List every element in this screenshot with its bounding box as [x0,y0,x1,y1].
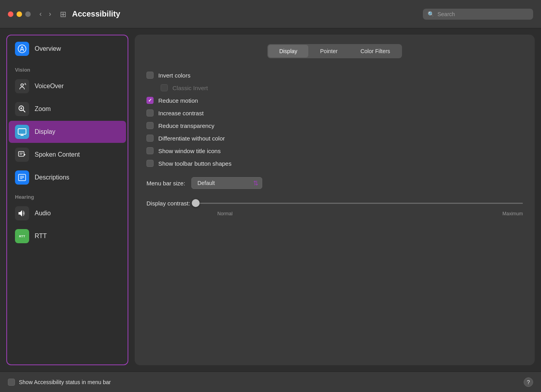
svg-rect-11 [18,129,26,134]
menu-bar-size-select-wrapper: Default Large ⇅ [191,177,262,189]
audio-icon [15,206,29,220]
show-toolbar-button-shapes-checkbox[interactable] [146,160,154,167]
tab-display[interactable]: Display [268,45,308,57]
tabs-row: Display Pointer Color Filters [146,44,523,58]
display-contrast-label: Display contrast: [146,200,190,207]
sidebar-item-zoom[interactable]: Zoom [9,98,126,120]
sidebar-item-voiceover[interactable]: VoiceOver [9,75,126,97]
settings-list: Invert colors Classic Invert Reduce moti… [146,69,523,216]
contrast-slider-thumb[interactable] [192,199,200,207]
rtt-icon: RTT [15,229,29,243]
menu-bar-size-label: Menu bar size: [146,180,185,187]
differentiate-without-color-label: Differentiate without color [158,135,225,142]
search-icon: 🔍 [428,11,434,17]
back-button[interactable]: ‹ [37,9,44,19]
voiceover-icon [15,79,29,93]
sidebar: Overview Vision VoiceOver [6,35,128,365]
grid-icon[interactable]: ⊞ [60,9,67,19]
search-box: 🔍 [423,9,533,20]
tab-group: Display Pointer Color Filters [267,44,402,58]
classic-invert-row: Classic Invert [146,82,523,94]
sidebar-item-spoken-content[interactable]: Spoken Content [9,144,126,166]
nav-arrows: ‹ › [37,9,54,19]
content-panel: Display Pointer Color Filters Invert col… [128,28,541,372]
increase-contrast-label: Increase contrast [158,110,204,116]
sidebar-item-descriptions-label: Descriptions [35,174,69,181]
svg-point-5 [21,84,23,86]
forward-button[interactable]: › [46,9,54,19]
svg-point-6 [24,84,24,85]
reduce-motion-checkbox[interactable] [146,97,154,104]
overview-icon [15,42,29,56]
titlebar: ‹ › ⊞ Accessibility 🔍 [0,0,541,28]
display-icon [15,125,29,139]
sidebar-item-display[interactable]: Display [9,121,126,143]
menu-bar-size-select[interactable]: Default Large [191,177,262,189]
accessibility-status-label: Show Accessibility status in menu bar [19,379,111,385]
tab-pointer[interactable]: Pointer [309,45,348,57]
menu-bar-size-row: Menu bar size: Default Large ⇅ [146,177,523,189]
show-window-title-icons-label: Show window title icons [158,148,220,154]
show-window-title-icons-checkbox[interactable] [146,147,154,154]
svg-line-8 [23,110,26,113]
contrast-slider-container [196,199,523,207]
slider-normal-label: Normal [217,211,233,216]
traffic-lights [8,11,31,17]
maximize-button[interactable] [25,11,31,17]
tab-color-filters[interactable]: Color Filters [349,45,401,57]
contrast-slider-track [196,203,523,204]
show-toolbar-button-shapes-label: Show toolbar button shapes [158,160,232,167]
sidebar-item-rtt[interactable]: RTT RTT [9,225,126,247]
reduce-transparency-checkbox[interactable] [146,122,154,129]
sidebar-item-voiceover-label: VoiceOver [35,83,64,90]
increase-contrast-checkbox[interactable] [146,109,154,116]
sidebar-item-overview[interactable]: Overview [9,36,126,61]
sidebar-item-overview-label: Overview [35,45,61,52]
vision-header: Vision [7,62,128,74]
hearing-header: Hearing [7,189,128,202]
slider-labels: Normal Maximum [146,211,523,216]
minimize-button[interactable] [17,11,22,17]
differentiate-without-color-checkbox[interactable] [146,135,154,142]
sidebar-item-rtt-label: RTT [35,233,47,240]
reduce-transparency-row: Reduce transparency [146,120,523,131]
close-button[interactable] [8,11,13,17]
search-input[interactable] [437,11,528,17]
increase-contrast-row: Increase contrast [146,107,523,119]
accessibility-status-checkbox[interactable] [8,379,15,386]
slider-maximum-label: Maximum [502,211,523,216]
descriptions-icon [15,170,29,185]
invert-colors-row: Invert colors [146,69,523,81]
sidebar-item-display-label: Display [35,128,55,135]
spoken-content-icon [15,148,29,162]
invert-colors-checkbox[interactable] [146,72,154,79]
sidebar-item-zoom-label: Zoom [35,105,51,113]
help-button[interactable]: ? [524,377,533,387]
main-content: Overview Vision VoiceOver [0,28,541,372]
sidebar-item-audio-label: Audio [35,210,51,217]
sidebar-item-descriptions[interactable]: Descriptions [9,166,126,189]
reduce-motion-row: Reduce motion [146,94,523,106]
contrast-label-row: Display contrast: [146,199,523,207]
differentiate-without-color-row: Differentiate without color [146,132,523,144]
show-toolbar-button-shapes-row: Show toolbar button shapes [146,157,523,169]
reduce-motion-label: Reduce motion [158,97,198,104]
invert-colors-label: Invert colors [158,72,191,79]
classic-invert-checkbox[interactable] [161,84,168,91]
svg-rect-14 [19,152,24,156]
classic-invert-label: Classic Invert [172,85,208,91]
sidebar-item-spoken-content-label: Spoken Content [35,151,80,158]
show-window-title-icons-row: Show window title icons [146,145,523,157]
content-inner: Display Pointer Color Filters Invert col… [135,35,535,365]
svg-text:RTT: RTT [19,235,25,238]
reduce-transparency-label: Reduce transparency [158,122,215,129]
sidebar-item-audio[interactable]: Audio [9,202,126,224]
page-title: Accessibility [72,9,423,18]
zoom-icon [15,102,29,116]
svg-point-0 [18,45,26,53]
svg-point-1 [21,46,23,48]
bottom-left: Show Accessibility status in menu bar [8,379,111,386]
bottom-bar: Show Accessibility status in menu bar ? [0,372,541,392]
display-contrast-row: Display contrast: Normal Maximum [146,199,523,216]
